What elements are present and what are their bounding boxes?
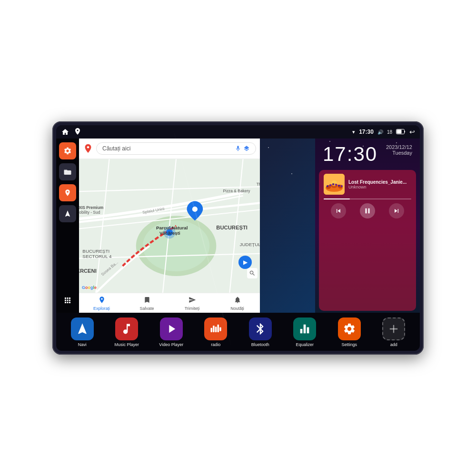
svg-text:Pizza & Bakery: Pizza & Bakery [223,188,250,193]
zoom-in-btn[interactable] [247,268,258,278]
maps-search-bar: Căutați aici [79,139,260,159]
app-navi[interactable]: Navi [66,317,99,347]
clock-day: Tuesday [386,150,412,156]
back-icon[interactable]: ↩ [409,128,415,136]
car-display-device: ▾ 17:30 🔊 18 ↩ [52,121,424,355]
prev-track-btn[interactable] [331,203,346,218]
volume-icon: 🔊 [377,129,383,135]
music-controls [324,203,411,218]
google-logo: Google [82,285,97,290]
share-icon [188,296,196,305]
clock-time-display: 17:30 [323,144,377,164]
svg-rect-44 [213,326,215,332]
music-artist: Unknown [348,185,411,189]
music-progress-bar[interactable] [324,198,411,199]
svg-rect-46 [218,325,219,332]
navi-icon [71,317,94,340]
pause-btn[interactable] [360,203,375,218]
svg-text:AXIS Premium: AXIS Premium [79,205,103,210]
music-title: Lost Frequencies_Janie... [348,179,411,185]
svg-point-42 [341,185,343,187]
map-marker-icon[interactable] [73,128,82,136]
app-bluetooth[interactable]: Bluetooth [244,317,277,347]
sidebar-settings-btn[interactable] [59,142,76,159]
maps-tab-explore[interactable]: Explorați [79,296,124,311]
svg-point-17 [192,207,198,212]
sidebar-folder-btn[interactable] [59,163,76,180]
sidebar-nav-btn[interactable] [59,205,76,222]
music-info: Lost Frequencies_Janie... Unknown [324,174,411,195]
app-radio[interactable]: radio [199,317,232,347]
maps-tab-share[interactable]: Trimiteți [169,296,215,311]
svg-rect-43 [211,328,213,332]
battery-level: 18 [387,129,392,135]
svg-point-38 [329,184,331,186]
status-left [61,128,82,136]
svg-text:BUCUREȘTI: BUCUREȘTI [82,248,109,254]
app-row: Navi Music Player [60,317,416,347]
center-map-area: Căutați aici [79,139,315,313]
signal-icon: ▾ [352,129,355,135]
svg-point-37 [327,185,328,187]
map-view[interactable]: AXIS Premium Mobility - Sud Pizza & Bake… [79,159,260,293]
svg-point-4 [87,146,89,149]
add-icon [382,317,405,340]
svg-rect-1 [397,129,402,133]
status-right: ▾ 17:30 🔊 18 ↩ [352,128,415,136]
svg-text:JUDEȚUL ILFOV: JUDEȚUL ILFOV [240,242,260,247]
maps-search-input[interactable]: Căutați aici [96,142,256,155]
app-music-player[interactable]: Music Player [110,317,143,347]
notifications-icon [234,296,241,305]
svg-text:BUCUREȘTI: BUCUREȘTI [216,225,248,230]
app-add[interactable]: add [377,317,410,347]
bluetooth-icon [249,317,272,340]
settings-icon [338,317,361,340]
app-equalizer[interactable]: Equalizer [288,317,321,347]
screen: ▾ 17:30 🔊 18 ↩ [56,125,420,351]
right-panel: 17:30 2023/12/12 Tuesday [315,139,420,313]
app-grid: Navi Music Player [56,313,420,351]
svg-rect-47 [219,327,221,331]
svg-text:Mobility - Sud: Mobility - Sud [79,210,100,215]
music-widget: Lost Frequencies_Janie... Unknown [319,170,416,311]
google-maps-panel: Căutați aici [79,139,260,313]
sidebar-apps-btn[interactable] [59,292,76,309]
explore-icon [98,296,106,305]
maps-tab-news[interactable]: Noutăți [215,296,260,311]
maps-tab-saved[interactable]: Salvate [124,296,169,311]
clock-year-date: 2023/12/12 [386,144,412,150]
home-icon[interactable] [61,128,69,136]
svg-text:TRAPEZULUI: TRAPEZULUI [257,182,260,187]
svg-point-39 [332,183,334,185]
music-progress-fill [324,198,350,199]
saved-icon [143,296,151,305]
app-video-player[interactable]: Video Player [155,317,188,347]
status-time: 17:30 [359,129,374,135]
video-player-icon [160,317,183,340]
navigation-compass-btn[interactable]: ▶ [238,256,252,269]
svg-text:SECTORUL 4: SECTORUL 4 [82,254,112,259]
svg-rect-45 [215,327,217,332]
equalizer-icon [293,317,316,340]
app-settings[interactable]: Settings [333,317,366,347]
left-sidebar [56,139,79,313]
radio-icon [204,317,227,340]
next-track-btn[interactable] [389,203,404,218]
main-content: Căutați aici [56,139,420,313]
clock-widget: 17:30 2023/12/12 Tuesday [315,139,420,168]
battery-icon [396,129,406,135]
svg-point-41 [338,185,340,187]
svg-text:Văcărești: Văcărești [159,230,180,236]
sidebar-map-btn[interactable] [59,184,76,201]
status-bar: ▾ 17:30 🔊 18 ↩ [56,125,420,139]
svg-rect-3 [64,170,68,171]
svg-point-40 [335,184,337,186]
album-art [324,174,345,195]
clock-date: 2023/12/12 Tuesday [386,144,412,156]
maps-bottom-tabs: Explorați Salvate [79,293,260,313]
music-text: Lost Frequencies_Janie... Unknown [348,179,411,189]
google-maps-logo [83,143,93,154]
svg-text:BERCENI: BERCENI [79,268,97,274]
music-player-icon [115,317,138,340]
svg-text:Parcul Natural: Parcul Natural [156,225,188,230]
